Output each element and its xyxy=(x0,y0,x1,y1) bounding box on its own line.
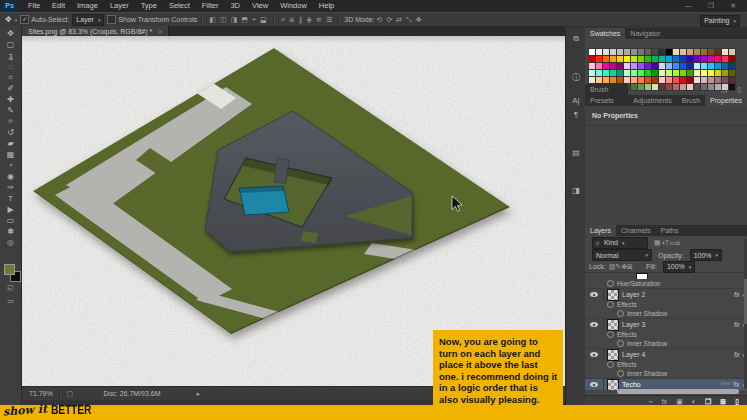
layer-row[interactable]: Layer 3fx▾ xyxy=(585,318,747,330)
clone-stamp-tool[interactable]: ⍟ xyxy=(0,116,21,127)
align-center-h-icon[interactable]: ◫ xyxy=(220,16,227,23)
minimize-button[interactable]: — xyxy=(679,0,698,11)
status-flyout-icon[interactable]: ▸ xyxy=(197,390,201,398)
properties-tab-adjustments[interactable]: Adjustments xyxy=(628,95,677,106)
type-tool[interactable]: T xyxy=(0,193,21,204)
menu-help[interactable]: Help xyxy=(313,0,340,12)
distribute-right-icon[interactable]: ☰ xyxy=(326,16,332,23)
align-right-icon[interactable]: ◨ xyxy=(231,16,238,23)
color-swatch[interactable] xyxy=(638,84,644,90)
color-swatch[interactable] xyxy=(680,84,686,90)
move-tool[interactable]: ✥ xyxy=(0,28,21,39)
close-button[interactable]: ✕ xyxy=(724,0,742,11)
auto-select-checkbox[interactable]: ✓ xyxy=(20,15,29,24)
layer-name[interactable]: Layer 2 xyxy=(622,291,734,298)
layers-tab-layers[interactable]: Layers xyxy=(585,225,616,236)
menu-file[interactable]: File xyxy=(22,0,46,12)
document-tab[interactable]: Sites.png @ 83.3% (Croquis, RGB/8#) * × xyxy=(22,26,169,36)
color-swatch[interactable] xyxy=(666,84,672,90)
layer-name[interactable]: Layer 4 xyxy=(622,351,734,358)
menu-filter[interactable]: Filter xyxy=(196,0,225,12)
menu-edit[interactable]: Edit xyxy=(46,0,71,12)
menu-3d[interactable]: 3D xyxy=(224,0,246,12)
layers-horizontal-scrollbar[interactable] xyxy=(617,389,739,394)
lasso-tool[interactable]: ʓ xyxy=(0,50,21,61)
3d-rotate-icon[interactable]: ⟲ xyxy=(377,16,383,23)
delete-swatch-icon[interactable]: ▯ xyxy=(737,86,741,94)
visibility-toggle[interactable] xyxy=(585,289,604,300)
hand-tool[interactable]: ✽ xyxy=(0,226,21,237)
layer-effect-row[interactable]: Inner Shadow xyxy=(585,369,747,378)
filter-shape-icon[interactable]: ▭ xyxy=(669,239,676,246)
swatches-tab-navigator[interactable]: Navigator xyxy=(625,28,665,39)
color-swatch[interactable] xyxy=(701,84,707,90)
effect-visibility-icon[interactable] xyxy=(617,340,624,347)
menu-type[interactable]: Type xyxy=(135,0,163,12)
show-transform-checkbox[interactable] xyxy=(107,15,116,24)
screen-mode-icon[interactable]: ▭ xyxy=(0,297,21,305)
align-top-icon[interactable]: ⬒ xyxy=(241,16,248,23)
gradient-tool[interactable]: ▦ xyxy=(0,149,21,160)
distribute-top-icon[interactable]: ≡ xyxy=(281,16,285,23)
layer-effect-row[interactable]: Inner Shadow xyxy=(585,339,747,348)
layer-name[interactable]: Techo xyxy=(622,381,734,388)
layers-tab-channels[interactable]: Channels xyxy=(616,225,656,236)
fill-dropdown[interactable]: 100%▾ xyxy=(663,261,695,273)
restore-button[interactable]: ❐ xyxy=(702,0,720,11)
layer-name[interactable]: Layer 3 xyxy=(622,321,734,328)
path-selection-tool[interactable]: ▶ xyxy=(0,204,21,215)
align-middle-icon[interactable]: ◓ xyxy=(252,16,256,23)
menu-view[interactable]: View xyxy=(246,0,274,12)
new-swatch-icon[interactable]: ❏ xyxy=(721,86,727,94)
quick-selection-tool[interactable]: ◌ xyxy=(0,61,21,72)
effect-visibility-icon[interactable] xyxy=(607,361,614,368)
layer-effect-row[interactable]: Effects xyxy=(585,330,747,339)
layer-thumbnail[interactable] xyxy=(608,380,618,390)
clone-source-panel-icon[interactable]: ◨ xyxy=(566,186,586,195)
color-swatch[interactable] xyxy=(708,84,714,90)
layer-thumbnail[interactable] xyxy=(608,350,618,360)
eraser-tool[interactable]: ▰ xyxy=(0,138,21,149)
color-swatch[interactable] xyxy=(673,84,679,90)
tab-close-icon[interactable]: × xyxy=(158,28,162,35)
3d-drag-icon[interactable]: ⇄ xyxy=(396,16,402,23)
brush-panel-icon[interactable]: ▤ xyxy=(566,148,586,157)
zoom-tool[interactable]: ◎ xyxy=(0,237,21,248)
menu-select[interactable]: Select xyxy=(163,0,196,12)
visibility-toggle[interactable] xyxy=(585,379,604,390)
info-panel-icon[interactable]: ⓘ xyxy=(566,72,586,83)
distribute-bottom-icon[interactable]: ∥ xyxy=(299,16,303,23)
pen-tool[interactable]: ✑ xyxy=(0,182,21,193)
layer-row[interactable]: Layer 2fx▾ xyxy=(585,288,747,300)
effect-visibility-icon[interactable] xyxy=(617,370,624,377)
properties-tab-brush[interactable]: Brush xyxy=(677,95,705,106)
effect-visibility-icon[interactable] xyxy=(607,280,614,287)
visibility-toggle[interactable] xyxy=(585,349,604,360)
adjustment-layer-icon[interactable]: ◐ xyxy=(692,398,696,405)
3d-roll-icon[interactable]: ⟳ xyxy=(386,16,392,23)
effect-visibility-icon[interactable] xyxy=(607,331,614,338)
color-swatch[interactable] xyxy=(659,84,665,90)
shape-tool[interactable]: ▭ xyxy=(0,215,21,226)
color-swatch[interactable] xyxy=(645,84,651,90)
zoom-level[interactable]: 71.79% xyxy=(29,390,53,397)
layers-tab-paths[interactable]: Paths xyxy=(656,225,684,236)
effect-visibility-icon[interactable] xyxy=(607,301,614,308)
filter-smart-icon[interactable]: ⧈ xyxy=(676,239,680,246)
layer-effect-row[interactable]: Effects xyxy=(585,360,747,369)
paragraph-panel-icon[interactable]: ¶ xyxy=(566,110,586,119)
properties-tab-properties[interactable]: Properties xyxy=(705,95,747,106)
eyedropper-tool[interactable]: ✐ xyxy=(0,83,21,94)
menu-layer[interactable]: Layer xyxy=(104,0,135,12)
3d-slide-icon[interactable]: ⤡ xyxy=(406,16,412,23)
crop-tool[interactable]: ⌗ xyxy=(0,72,21,83)
blend-mode-dropdown[interactable]: Normal▾ xyxy=(592,249,652,261)
color-swatch[interactable] xyxy=(694,84,700,90)
3d-scale-icon[interactable]: ✥ xyxy=(416,16,422,23)
distribute-center-icon[interactable]: ≋ xyxy=(316,16,322,23)
layer-effect-row[interactable]: Effects xyxy=(585,300,747,309)
dodge-tool[interactable]: ◉ xyxy=(0,171,21,182)
layer-thumbnail[interactable] xyxy=(608,290,618,300)
layer-effect-row[interactable]: Hue/Saturation xyxy=(585,279,747,288)
lock-all-icon[interactable]: ⊠ xyxy=(627,263,633,270)
